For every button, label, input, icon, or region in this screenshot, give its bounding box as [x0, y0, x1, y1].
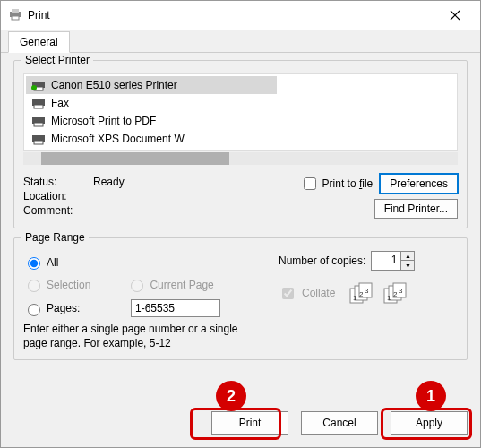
collate-row: Collate 123 123 [279, 281, 458, 305]
radio-all-input[interactable] [28, 257, 40, 270]
cancel-button[interactable]: Cancel [301, 411, 378, 435]
status-labels: Status: Ready Location: Comment: [23, 174, 256, 219]
comment-label: Comment: [23, 204, 93, 217]
copies-label: Number of copies: [279, 254, 365, 267]
radio-current-page: Current Page [126, 277, 213, 292]
copies-value[interactable]: 1 [372, 252, 400, 270]
svg-rect-1 [12, 9, 19, 13]
print-to-file-checkbox[interactable]: Print to file [300, 175, 374, 193]
find-printer-button[interactable]: Find Printer... [374, 199, 458, 219]
printer-icon [31, 115, 46, 127]
print-dialog: Print General Select Printer Canon E510 … [0, 0, 481, 448]
fax-icon [31, 97, 46, 109]
printer-label: Fax [51, 97, 69, 109]
radio-pages[interactable]: Pages: [23, 299, 279, 317]
status-value: Ready [93, 176, 125, 188]
svg-text:3: 3 [399, 287, 403, 295]
group-select-printer: Select Printer Canon E510 series Printer… [13, 60, 468, 228]
svg-text:2: 2 [393, 290, 398, 298]
group-legend: Select Printer [21, 54, 93, 66]
group-page-range: Page Range All Selection Cur [13, 237, 468, 360]
apply-button[interactable]: Apply [391, 411, 468, 435]
radio-selection: Selection [23, 277, 90, 292]
status-row: Status: Ready Location: Comment: [23, 174, 458, 219]
printer-label: Microsoft Print to PDF [51, 115, 156, 127]
tab-content: Select Printer Canon E510 series Printer… [1, 53, 480, 376]
tab-strip: General [1, 30, 480, 53]
radio-current-label: Current Page [150, 279, 213, 291]
collate-label: Collate [302, 287, 335, 299]
radio-pages-label: Pages: [47, 302, 127, 314]
close-button[interactable] [437, 3, 473, 28]
print-to-file-input[interactable] [304, 177, 316, 190]
radio-selection-input [28, 280, 40, 292]
printer-list-scrollbar[interactable] [23, 152, 458, 165]
pages-123-icon: 123 [383, 281, 412, 305]
collate-checkbox [282, 288, 294, 299]
radio-current-input [131, 280, 143, 292]
svg-rect-11 [34, 123, 43, 126]
status-label: Status: [23, 176, 93, 188]
svg-text:1: 1 [387, 294, 391, 302]
printer-item-pdf[interactable]: Microsoft Print to PDF [26, 112, 277, 130]
preferences-button[interactable]: Preferences [380, 174, 458, 194]
tab-general[interactable]: General [8, 31, 70, 53]
svg-text:2: 2 [359, 290, 364, 298]
window-title: Print [28, 9, 437, 22]
printer-icon [8, 7, 22, 24]
printer-item-canon[interactable]: Canon E510 series Printer [26, 76, 277, 94]
printer-right-col: Print to file Preferences Find Printer..… [256, 174, 458, 219]
titlebar: Print [1, 1, 480, 30]
printer-label: Canon E510 series Printer [51, 79, 177, 91]
radio-all-label: All [47, 256, 58, 269]
group-legend: Page Range [21, 231, 89, 244]
page-range-hint: Enter either a single page number or a s… [23, 323, 256, 350]
page-range-left: All Selection Current Page [23, 251, 279, 350]
copies-up[interactable]: ▲ [401, 252, 414, 261]
copies-row: Number of copies: 1 ▲ ▼ [279, 251, 458, 271]
print-button[interactable]: Print [211, 411, 288, 435]
location-label: Location: [23, 190, 93, 202]
callout-2: 2 [216, 381, 246, 411]
svg-rect-9 [34, 105, 43, 108]
collate-icons: 123 123 [349, 281, 412, 305]
radio-selection-label: Selection [47, 279, 90, 291]
callout-1: 1 [416, 381, 446, 411]
page-range-right: Number of copies: 1 ▲ ▼ Collate [279, 251, 458, 350]
printer-item-fax[interactable]: Fax [26, 94, 277, 112]
pages-123-icon: 123 [349, 281, 378, 305]
copies-down[interactable]: ▼ [401, 261, 414, 270]
svg-text:1: 1 [353, 294, 357, 302]
copies-spinner[interactable]: 1 ▲ ▼ [371, 251, 415, 271]
printer-icon [31, 133, 46, 145]
action-buttons: Print Cancel Apply [211, 411, 468, 435]
print-to-file-label: Print to file [322, 177, 374, 190]
svg-rect-13 [34, 141, 43, 144]
printer-list[interactable]: Canon E510 series Printer Fax Microsoft … [23, 73, 458, 151]
radio-pages-input[interactable] [28, 304, 40, 316]
svg-text:3: 3 [365, 287, 369, 295]
svg-rect-2 [12, 16, 19, 20]
pages-input[interactable] [131, 299, 220, 317]
svg-point-7 [31, 85, 37, 90]
radio-all[interactable]: All [23, 254, 279, 270]
printer-item-xps[interactable]: Microsoft XPS Document W [26, 130, 214, 148]
printer-label: Microsoft XPS Document W [51, 133, 185, 145]
scrollbar-thumb[interactable] [41, 152, 229, 165]
printer-icon [31, 79, 46, 91]
